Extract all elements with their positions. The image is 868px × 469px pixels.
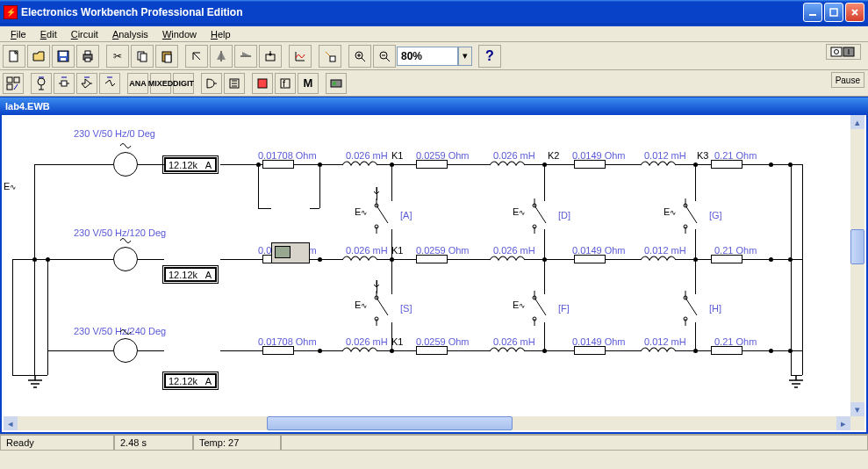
scroll-down-button[interactable]: ▾	[850, 402, 864, 416]
tool-control-button[interactable]: f	[275, 73, 296, 94]
ground-right[interactable]	[787, 375, 805, 393]
resistor-r1b[interactable]	[416, 160, 448, 169]
power-switch[interactable]	[826, 44, 861, 60]
inductor-l3b[interactable]	[490, 346, 525, 358]
tool-misc-button[interactable]: M	[298, 73, 319, 94]
tool-mixed-ic-button[interactable]: MIXED	[150, 73, 171, 94]
close-button[interactable]	[845, 3, 864, 22]
ammeter-3[interactable]: 12.12kA	[164, 373, 217, 388]
resistor-r2c[interactable]	[574, 255, 606, 263]
schematic-canvas[interactable]: 230 V/50 Hz/0 Deg 230 V/50 Hz/120 Deg 23…	[4, 115, 850, 416]
emf-D[interactable]	[513, 198, 556, 235]
emf-G[interactable]	[664, 198, 707, 235]
subcircuit-button[interactable]	[259, 45, 282, 68]
paste-button[interactable]	[155, 45, 178, 68]
zoom-out-button[interactable]	[373, 45, 396, 68]
ground-left[interactable]	[26, 375, 44, 393]
menu-edit[interactable]: Edit	[33, 27, 64, 41]
key-H-label: [H]	[709, 303, 721, 314]
resistor-r1c[interactable]	[574, 160, 606, 169]
tool-diode-button[interactable]	[54, 73, 75, 94]
svg-rect-28	[258, 79, 267, 88]
zoom-level[interactable]: 80%	[397, 47, 458, 66]
inductor-l2c[interactable]	[641, 255, 676, 267]
svg-point-25	[38, 78, 45, 85]
resistor-r3b[interactable]	[416, 346, 448, 355]
inductor-l1a[interactable]	[342, 160, 377, 172]
tool-ana-ic-button[interactable]: ANA	[127, 73, 148, 94]
inductor-l3c[interactable]	[641, 346, 676, 358]
menu-analysis[interactable]: Analysis	[105, 27, 155, 41]
print-button[interactable]	[76, 45, 99, 68]
graph-button[interactable]	[289, 45, 312, 68]
rotate-button[interactable]	[185, 45, 208, 68]
scroll-left-button[interactable]: ◂	[4, 416, 18, 430]
maximize-button[interactable]	[824, 3, 843, 22]
resistor-r3c[interactable]	[574, 346, 606, 355]
tool-basic-button[interactable]	[31, 73, 52, 94]
resistor-r3d[interactable]	[711, 346, 742, 355]
save-button[interactable]	[52, 45, 75, 68]
scroll-thumb-v[interactable]	[850, 229, 864, 264]
ammeter-1[interactable]: 12.12kA	[164, 157, 217, 172]
menu-circuit[interactable]: Circuit	[64, 27, 105, 41]
oscilloscope[interactable]	[271, 242, 310, 263]
tool-analog-button[interactable]	[99, 73, 120, 94]
open-button[interactable]	[27, 45, 50, 68]
horizontal-scrollbar[interactable]: ◂ ▸	[4, 416, 850, 430]
minimize-button[interactable]	[803, 3, 822, 22]
emf-label-H: E∿	[4, 181, 850, 191]
status-spacer	[281, 435, 868, 451]
new-button[interactable]	[3, 45, 25, 68]
emf-H[interactable]	[664, 291, 707, 328]
statusbar: Ready 2.48 s Temp: 27	[0, 434, 868, 451]
flip-v-button[interactable]	[234, 45, 257, 68]
node	[46, 257, 50, 262]
menu-window[interactable]: Window	[155, 27, 204, 41]
copy-button[interactable]	[131, 45, 154, 68]
tool-indicator-button[interactable]	[252, 73, 273, 94]
source-1-sine-icon	[119, 141, 132, 150]
resistor-r3a[interactable]	[262, 346, 294, 355]
inductor-l2a[interactable]	[342, 255, 377, 267]
tool-sources-button[interactable]	[3, 73, 24, 94]
inductor-l2b[interactable]	[490, 255, 525, 267]
scroll-thumb-h[interactable]	[267, 416, 513, 430]
inductor-l3a[interactable]	[342, 346, 377, 358]
svg-text:f: f	[283, 78, 286, 89]
zoom-in-button[interactable]	[348, 45, 371, 68]
pause-button[interactable]: Pause	[831, 72, 864, 88]
svg-rect-32	[333, 82, 336, 85]
menu-file[interactable]: File	[4, 27, 33, 41]
key-G-label: [G]	[709, 210, 722, 220]
resistor-r1a[interactable]	[262, 160, 294, 169]
resistor-r2d[interactable]	[711, 255, 742, 263]
tool-gate-button[interactable]	[201, 73, 222, 94]
window-title: Electronics Workbench Professional Editi…	[21, 6, 801, 18]
flip-h-button[interactable]	[210, 45, 233, 68]
node	[256, 162, 261, 167]
resistor-r2b[interactable]	[416, 255, 448, 263]
component-props-button[interactable]	[319, 45, 341, 68]
vertical-scrollbar[interactable]: ▴ ▾	[850, 115, 864, 416]
titlebar: ⚡ Electronics Workbench Professional Edi…	[0, 0, 868, 25]
scroll-up-button[interactable]: ▴	[850, 115, 864, 129]
inductor-l1b[interactable]	[490, 160, 525, 172]
cut-button[interactable]: ✂	[106, 45, 129, 68]
inductor-l1c[interactable]	[641, 160, 676, 172]
tool-transistor-button[interactable]	[76, 73, 97, 94]
menu-help[interactable]: Help	[204, 27, 238, 41]
ac-source-1[interactable]	[113, 152, 138, 177]
ac-source-3[interactable]	[113, 338, 138, 363]
ammeter-2[interactable]: 12.12kA	[164, 267, 217, 282]
tool-instruments-button[interactable]	[326, 73, 347, 94]
ac-source-2[interactable]	[113, 247, 138, 271]
svg-rect-7	[85, 51, 90, 54]
help-button[interactable]: ?	[478, 45, 501, 68]
svg-point-14	[269, 53, 272, 55]
resistor-r1d[interactable]	[711, 160, 742, 169]
tool-digital-button[interactable]	[224, 73, 245, 94]
tool-digit-ic-button[interactable]: DIGIT	[173, 73, 194, 94]
zoom-dropdown[interactable]: ▾	[458, 47, 472, 66]
scroll-right-button[interactable]: ▸	[836, 416, 850, 430]
